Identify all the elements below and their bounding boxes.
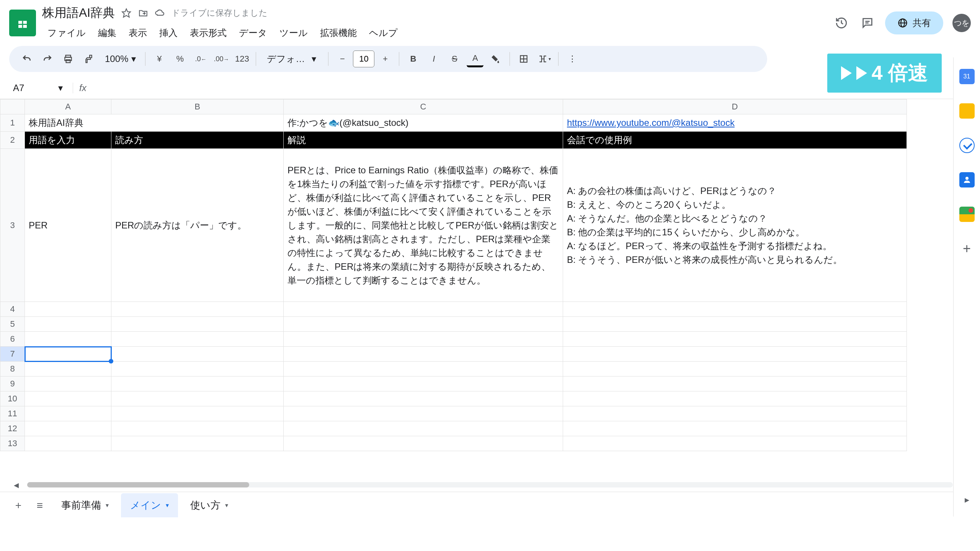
col-header-C[interactable]: C bbox=[284, 99, 563, 114]
italic-button[interactable]: I bbox=[425, 51, 442, 67]
cell[interactable]: PER bbox=[25, 149, 111, 302]
cell[interactable] bbox=[111, 317, 284, 332]
cell[interactable] bbox=[284, 436, 563, 451]
cloud-saved-icon[interactable] bbox=[155, 8, 165, 18]
calendar-icon[interactable]: 31 bbox=[959, 69, 975, 84]
name-box[interactable]: A7▾ bbox=[9, 80, 67, 96]
zoom-select[interactable]: 100%▾ bbox=[101, 54, 140, 64]
scroll-left-icon[interactable]: ◂ bbox=[9, 479, 23, 491]
row-header[interactable]: 6 bbox=[0, 332, 25, 347]
paint-format-button[interactable] bbox=[80, 51, 97, 67]
row-header[interactable]: 12 bbox=[0, 421, 25, 436]
cell[interactable]: PERの読み方は「パー」です。 bbox=[111, 149, 284, 302]
cell[interactable] bbox=[111, 391, 284, 406]
cell[interactable] bbox=[25, 362, 111, 377]
cell[interactable] bbox=[111, 377, 284, 391]
collapse-panel-icon[interactable]: ▸ bbox=[965, 494, 969, 505]
doc-title[interactable]: 株用語AI辞典 bbox=[42, 5, 115, 21]
cell[interactable] bbox=[284, 377, 563, 391]
currency-button[interactable]: ¥ bbox=[151, 51, 168, 67]
cell[interactable] bbox=[111, 421, 284, 436]
more-toolbar-button[interactable]: ⋮ bbox=[564, 51, 581, 67]
move-folder-icon[interactable] bbox=[138, 8, 149, 18]
strikethrough-button[interactable]: S bbox=[446, 51, 463, 67]
scroll-thumb[interactable] bbox=[27, 482, 249, 487]
cell[interactable] bbox=[284, 406, 563, 421]
percent-button[interactable]: % bbox=[172, 51, 188, 67]
row-header[interactable]: 2 bbox=[0, 132, 25, 149]
cell[interactable] bbox=[284, 347, 563, 362]
sheet-tab[interactable]: 事前準備▾ bbox=[52, 493, 118, 517]
menu-tools[interactable]: ツール bbox=[274, 24, 313, 41]
row-header[interactable]: 4 bbox=[0, 302, 25, 317]
bold-button[interactable]: B bbox=[405, 51, 421, 67]
spreadsheet-grid[interactable]: A B C D 1 株用語AI辞典 作:かつを🐟(@katsuo_stock) … bbox=[0, 99, 907, 451]
horizontal-scrollbar[interactable]: ◂ ▸ bbox=[0, 478, 980, 492]
cell[interactable] bbox=[563, 391, 907, 406]
chevron-down-icon[interactable]: ▾ bbox=[166, 502, 169, 509]
tasks-icon[interactable] bbox=[959, 138, 975, 153]
undo-button[interactable] bbox=[18, 51, 35, 67]
cell[interactable] bbox=[111, 332, 284, 347]
keep-icon[interactable] bbox=[959, 103, 975, 119]
share-button[interactable]: 共有 bbox=[885, 11, 943, 34]
sheets-logo[interactable] bbox=[9, 10, 36, 36]
menu-file[interactable]: ファイル bbox=[42, 24, 91, 41]
row-header[interactable]: 1 bbox=[0, 114, 25, 132]
cell[interactable] bbox=[25, 406, 111, 421]
col-header-A[interactable]: A bbox=[25, 99, 111, 114]
cell[interactable] bbox=[284, 391, 563, 406]
add-addon-icon[interactable]: + bbox=[959, 241, 975, 256]
cell[interactable] bbox=[25, 302, 111, 317]
cell[interactable]: 作:かつを🐟(@katsuo_stock) bbox=[284, 114, 563, 132]
menu-edit[interactable]: 編集 bbox=[93, 24, 122, 41]
cell[interactable]: 株用語AI辞典 bbox=[25, 114, 284, 132]
cell[interactable] bbox=[563, 317, 907, 332]
row-header[interactable]: 9 bbox=[0, 377, 25, 391]
cell[interactable] bbox=[284, 421, 563, 436]
cell[interactable] bbox=[25, 391, 111, 406]
formula-bar-fx[interactable]: fx bbox=[73, 83, 87, 93]
row-header[interactable]: 13 bbox=[0, 436, 25, 451]
selected-cell[interactable] bbox=[25, 347, 111, 362]
cell-link[interactable]: https://www.youtube.com/@katsuo_stock bbox=[563, 114, 907, 132]
cell-header[interactable]: 読み方 bbox=[111, 132, 284, 149]
menu-view[interactable]: 表示 bbox=[123, 24, 152, 41]
cell-header[interactable]: 会話での使用例 bbox=[563, 132, 907, 149]
row-header[interactable]: 10 bbox=[0, 391, 25, 406]
cell[interactable] bbox=[563, 302, 907, 317]
cell-header[interactable]: 解説 bbox=[284, 132, 563, 149]
select-all-corner[interactable] bbox=[0, 99, 25, 114]
cell[interactable] bbox=[25, 332, 111, 347]
col-header-D[interactable]: D bbox=[563, 99, 907, 114]
borders-button[interactable] bbox=[515, 51, 532, 67]
sheet-tab-active[interactable]: メイン▾ bbox=[121, 493, 178, 517]
cell[interactable] bbox=[563, 421, 907, 436]
contacts-icon[interactable] bbox=[959, 172, 975, 187]
cell[interactable] bbox=[25, 377, 111, 391]
merge-cells-button[interactable]: ▾ bbox=[536, 51, 553, 67]
cell[interactable] bbox=[284, 302, 563, 317]
cell[interactable] bbox=[25, 317, 111, 332]
cell[interactable] bbox=[111, 302, 284, 317]
menu-extensions[interactable]: 拡張機能 bbox=[315, 24, 362, 41]
cell[interactable] bbox=[284, 362, 563, 377]
font-size-input[interactable] bbox=[353, 51, 374, 67]
cell[interactable] bbox=[284, 332, 563, 347]
number-format-button[interactable]: 123 bbox=[234, 51, 250, 67]
menu-format[interactable]: 表示形式 bbox=[185, 24, 232, 41]
cell[interactable] bbox=[111, 362, 284, 377]
add-sheet-button[interactable]: + bbox=[9, 496, 28, 515]
cell-header[interactable]: 用語を入力 bbox=[25, 132, 111, 149]
cell[interactable] bbox=[563, 332, 907, 347]
fill-color-button[interactable] bbox=[487, 51, 504, 67]
history-icon[interactable] bbox=[833, 15, 850, 31]
row-header[interactable]: 3 bbox=[0, 149, 25, 302]
increase-font-button[interactable]: + bbox=[377, 51, 394, 67]
decrease-decimal-button[interactable]: .0← bbox=[192, 51, 209, 67]
cell[interactable] bbox=[563, 436, 907, 451]
maps-icon[interactable] bbox=[959, 207, 975, 222]
account-avatar[interactable]: つを bbox=[952, 14, 971, 32]
fill-handle[interactable] bbox=[109, 359, 113, 364]
print-button[interactable] bbox=[60, 51, 77, 67]
